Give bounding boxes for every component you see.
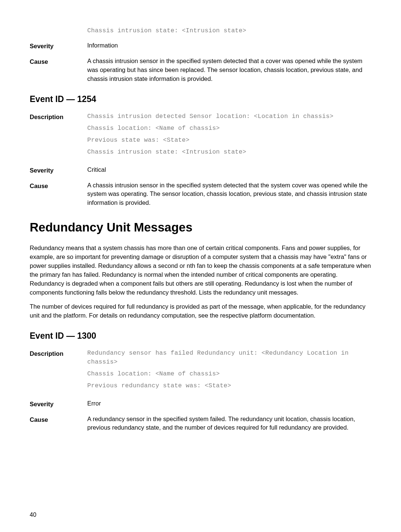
value-severity: Error [87, 399, 371, 409]
label-description: Description [30, 349, 87, 393]
code-line: Chassis location: <Name of chassis> [87, 124, 371, 133]
code-line: Chassis intrusion detected Sensor locati… [87, 112, 371, 121]
code-text: Chassis intrusion state: <Intrusion stat… [87, 27, 246, 34]
value-description: Chassis intrusion detected Sensor locati… [87, 112, 371, 160]
code-line: Previous redundancy state was: <State> [87, 381, 371, 390]
definition-row-severity: Severity Error [30, 399, 371, 409]
code-line: Chassis intrusion state: <Intrusion stat… [87, 148, 371, 157]
definition-row-severity: Severity Information [30, 41, 371, 51]
value-description: Redundancy sensor has failed Redundancy … [87, 349, 371, 393]
value-severity: Information [87, 41, 371, 51]
page-number: 40 [30, 510, 36, 519]
value-severity: Critical [87, 165, 371, 175]
label-cause: Cause [30, 57, 87, 83]
paragraph-redundancy-2: The number of devices required for full … [30, 302, 371, 320]
code-line: Redundancy sensor has failed Redundancy … [87, 349, 371, 367]
definition-row-cause: Cause A redundancy sensor in the specifi… [30, 415, 371, 433]
label-description: Description [30, 112, 87, 160]
label-cause: Cause [30, 181, 87, 208]
definition-row-cause: Cause A chassis intrusion sensor in the … [30, 181, 371, 208]
code-line: Previous state was: <State> [87, 136, 371, 145]
label-severity: Severity [30, 41, 87, 51]
definition-row-description: Description Redundancy sensor has failed… [30, 349, 371, 393]
definition-row-cause: Cause A chassis intrusion sensor in the … [30, 57, 371, 83]
heading-event-1300: Event ID — 1300 [30, 330, 371, 342]
label-severity: Severity [30, 399, 87, 409]
top-continuation-code: Chassis intrusion state: <Intrusion stat… [87, 26, 371, 35]
definition-row-severity: Severity Critical [30, 165, 371, 175]
value-cause: A redundancy sensor in the specified sys… [87, 415, 371, 433]
value-cause: A chassis intrusion sensor in the specif… [87, 57, 371, 83]
heading-event-1254: Event ID — 1254 [30, 93, 371, 105]
value-cause: A chassis intrusion sensor in the specif… [87, 181, 371, 208]
paragraph-redundancy-1: Redundancy means that a system chassis h… [30, 244, 371, 297]
label-cause: Cause [30, 415, 87, 433]
heading-redundancy: Redundancy Unit Messages [30, 219, 371, 236]
label-severity: Severity [30, 165, 87, 175]
definition-row-description: Description Chassis intrusion detected S… [30, 112, 371, 160]
code-line: Chassis location: <Name of chassis> [87, 370, 371, 378]
